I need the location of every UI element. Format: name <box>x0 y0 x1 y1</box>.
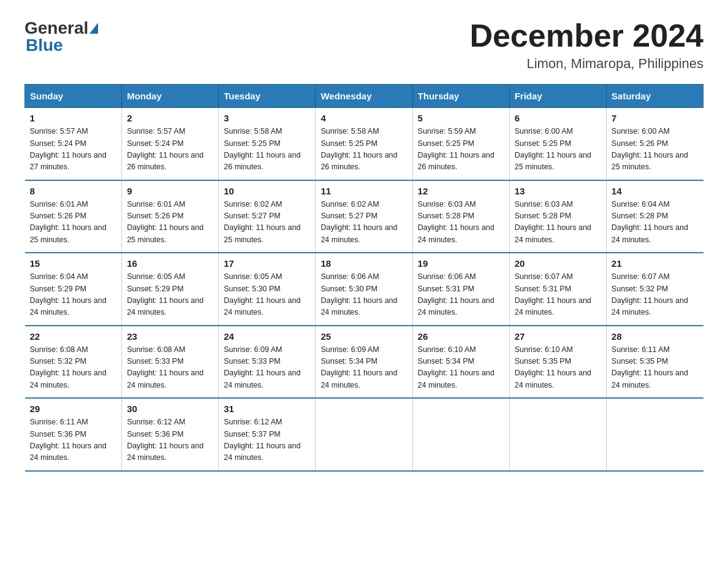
table-row: 5 Sunrise: 5:59 AMSunset: 5:25 PMDayligh… <box>412 108 509 180</box>
logo: General Blue <box>25 18 99 55</box>
table-row: 24 Sunrise: 6:09 AMSunset: 5:33 PMDaylig… <box>219 326 316 399</box>
table-row <box>509 398 606 471</box>
day-number: 3 <box>224 113 310 123</box>
table-row: 31 Sunrise: 6:12 AMSunset: 5:37 PMDaylig… <box>219 398 316 471</box>
header: General Blue December 2024 Limon, Mimaro… <box>25 18 703 72</box>
day-number: 5 <box>418 113 504 123</box>
day-number: 6 <box>515 113 601 123</box>
day-number: 13 <box>515 186 601 196</box>
day-number: 24 <box>224 331 310 342</box>
table-row: 14 Sunrise: 6:04 AMSunset: 5:28 PMDaylig… <box>606 180 703 253</box>
table-row: 23 Sunrise: 6:08 AMSunset: 5:33 PMDaylig… <box>122 326 219 399</box>
col-sunday: Sunday <box>25 85 122 108</box>
table-row: 30 Sunrise: 6:12 AMSunset: 5:36 PMDaylig… <box>122 398 219 471</box>
table-row: 11 Sunrise: 6:02 AMSunset: 5:27 PMDaylig… <box>316 180 412 253</box>
day-number: 28 <box>612 331 699 342</box>
calendar-header-row: Sunday Monday Tuesday Wednesday Thursday… <box>25 85 703 108</box>
calendar-week-row: 8 Sunrise: 6:01 AMSunset: 5:26 PMDayligh… <box>25 180 703 253</box>
col-tuesday: Tuesday <box>219 85 316 108</box>
day-info: Sunrise: 6:10 AMSunset: 5:34 PMDaylight:… <box>418 345 495 389</box>
day-info: Sunrise: 5:59 AMSunset: 5:25 PMDaylight:… <box>418 127 495 171</box>
day-info: Sunrise: 6:02 AMSunset: 5:27 PMDaylight:… <box>224 200 300 244</box>
day-number: 20 <box>515 258 601 269</box>
day-info: Sunrise: 6:11 AMSunset: 5:35 PMDaylight:… <box>612 345 688 389</box>
table-row: 10 Sunrise: 6:02 AMSunset: 5:27 PMDaylig… <box>219 180 316 253</box>
calendar-week-row: 1 Sunrise: 5:57 AMSunset: 5:24 PMDayligh… <box>25 108 703 180</box>
day-number: 25 <box>320 331 407 342</box>
table-row <box>316 398 412 471</box>
col-friday: Friday <box>509 85 606 108</box>
table-row: 4 Sunrise: 5:58 AMSunset: 5:25 PMDayligh… <box>316 108 412 180</box>
day-info: Sunrise: 6:04 AMSunset: 5:28 PMDaylight:… <box>612 200 688 244</box>
table-row: 25 Sunrise: 6:09 AMSunset: 5:34 PMDaylig… <box>316 326 412 399</box>
day-info: Sunrise: 6:05 AMSunset: 5:29 PMDaylight:… <box>127 272 203 316</box>
day-info: Sunrise: 6:02 AMSunset: 5:27 PMDaylight:… <box>320 200 397 244</box>
day-info: Sunrise: 6:00 AMSunset: 5:26 PMDaylight:… <box>612 127 688 171</box>
day-info: Sunrise: 6:05 AMSunset: 5:30 PMDaylight:… <box>224 272 300 316</box>
day-number: 29 <box>30 404 117 414</box>
table-row: 1 Sunrise: 5:57 AMSunset: 5:24 PMDayligh… <box>25 108 122 180</box>
day-number: 18 <box>320 258 407 269</box>
day-number: 19 <box>418 258 504 269</box>
day-number: 27 <box>515 331 601 342</box>
day-info: Sunrise: 6:07 AMSunset: 5:32 PMDaylight:… <box>612 272 688 316</box>
table-row: 18 Sunrise: 6:06 AMSunset: 5:30 PMDaylig… <box>316 253 412 326</box>
col-wednesday: Wednesday <box>316 85 412 108</box>
day-number: 23 <box>127 331 213 342</box>
table-row: 2 Sunrise: 5:57 AMSunset: 5:24 PMDayligh… <box>122 108 219 180</box>
day-info: Sunrise: 5:58 AMSunset: 5:25 PMDaylight:… <box>224 127 300 171</box>
col-saturday: Saturday <box>606 85 703 108</box>
day-info: Sunrise: 6:08 AMSunset: 5:32 PMDaylight:… <box>30 345 107 389</box>
calendar-week-row: 22 Sunrise: 6:08 AMSunset: 5:32 PMDaylig… <box>25 326 703 399</box>
day-number: 31 <box>224 404 310 414</box>
table-row: 3 Sunrise: 5:58 AMSunset: 5:25 PMDayligh… <box>219 108 316 180</box>
location-title: Limon, Mimaropa, Philippines <box>469 56 703 72</box>
table-row: 7 Sunrise: 6:00 AMSunset: 5:26 PMDayligh… <box>606 108 703 180</box>
day-number: 1 <box>30 113 117 123</box>
logo-blue: Blue <box>26 36 63 55</box>
day-info: Sunrise: 5:57 AMSunset: 5:24 PMDaylight:… <box>30 127 107 171</box>
calendar-table: Sunday Monday Tuesday Wednesday Thursday… <box>25 84 703 472</box>
day-info: Sunrise: 6:00 AMSunset: 5:25 PMDaylight:… <box>515 127 591 171</box>
table-row: 20 Sunrise: 6:07 AMSunset: 5:31 PMDaylig… <box>509 253 606 326</box>
day-number: 16 <box>127 258 213 269</box>
table-row: 9 Sunrise: 6:01 AMSunset: 5:26 PMDayligh… <box>122 180 219 253</box>
day-info: Sunrise: 6:08 AMSunset: 5:33 PMDaylight:… <box>127 345 203 389</box>
table-row: 21 Sunrise: 6:07 AMSunset: 5:32 PMDaylig… <box>606 253 703 326</box>
table-row: 8 Sunrise: 6:01 AMSunset: 5:26 PMDayligh… <box>25 180 122 253</box>
day-number: 4 <box>320 113 407 123</box>
col-monday: Monday <box>122 85 219 108</box>
table-row: 16 Sunrise: 6:05 AMSunset: 5:29 PMDaylig… <box>122 253 219 326</box>
day-info: Sunrise: 6:07 AMSunset: 5:31 PMDaylight:… <box>515 272 591 316</box>
table-row: 6 Sunrise: 6:00 AMSunset: 5:25 PMDayligh… <box>509 108 606 180</box>
day-number: 12 <box>418 186 504 196</box>
day-number: 8 <box>30 186 117 196</box>
day-number: 10 <box>224 186 310 196</box>
month-title: December 2024 <box>469 18 703 53</box>
table-row <box>412 398 509 471</box>
col-thursday: Thursday <box>412 85 509 108</box>
day-info: Sunrise: 6:04 AMSunset: 5:29 PMDaylight:… <box>30 272 107 316</box>
day-info: Sunrise: 6:01 AMSunset: 5:26 PMDaylight:… <box>30 200 107 244</box>
calendar-week-row: 29 Sunrise: 6:11 AMSunset: 5:36 PMDaylig… <box>25 398 703 471</box>
day-info: Sunrise: 6:09 AMSunset: 5:33 PMDaylight:… <box>224 345 300 389</box>
day-info: Sunrise: 6:12 AMSunset: 5:37 PMDaylight:… <box>224 418 300 462</box>
table-row: 26 Sunrise: 6:10 AMSunset: 5:34 PMDaylig… <box>412 326 509 399</box>
day-info: Sunrise: 5:57 AMSunset: 5:24 PMDaylight:… <box>127 127 203 171</box>
calendar-week-row: 15 Sunrise: 6:04 AMSunset: 5:29 PMDaylig… <box>25 253 703 326</box>
table-row: 27 Sunrise: 6:10 AMSunset: 5:35 PMDaylig… <box>509 326 606 399</box>
table-row: 22 Sunrise: 6:08 AMSunset: 5:32 PMDaylig… <box>25 326 122 399</box>
day-info: Sunrise: 6:03 AMSunset: 5:28 PMDaylight:… <box>418 200 495 244</box>
table-row: 15 Sunrise: 6:04 AMSunset: 5:29 PMDaylig… <box>25 253 122 326</box>
day-info: Sunrise: 6:03 AMSunset: 5:28 PMDaylight:… <box>515 200 591 244</box>
day-number: 11 <box>320 186 407 196</box>
day-info: Sunrise: 6:12 AMSunset: 5:36 PMDaylight:… <box>127 418 203 462</box>
day-info: Sunrise: 6:06 AMSunset: 5:31 PMDaylight:… <box>418 272 495 316</box>
table-row: 13 Sunrise: 6:03 AMSunset: 5:28 PMDaylig… <box>509 180 606 253</box>
logo-triangle-icon <box>89 23 98 34</box>
table-row: 29 Sunrise: 6:11 AMSunset: 5:36 PMDaylig… <box>25 398 122 471</box>
day-number: 30 <box>127 404 213 414</box>
day-number: 7 <box>612 113 699 123</box>
title-area: December 2024 Limon, Mimaropa, Philippin… <box>469 18 703 72</box>
day-info: Sunrise: 6:01 AMSunset: 5:26 PMDaylight:… <box>127 200 203 244</box>
